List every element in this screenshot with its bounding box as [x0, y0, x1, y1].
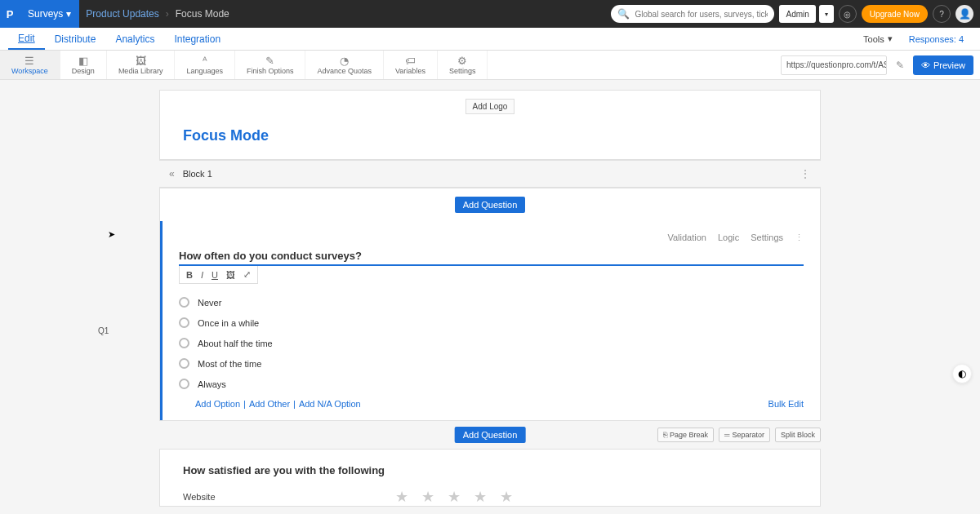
separator-button[interactable]: ═ Separator [719, 428, 770, 442]
add-question-button-top[interactable]: Add Question [455, 197, 526, 213]
option-row[interactable]: Most of the time [179, 353, 804, 374]
floating-widget-icon[interactable]: ◐ [952, 364, 972, 383]
question-settings[interactable]: Settings [751, 233, 783, 243]
question-text-input[interactable]: How often do you conduct surveys? [179, 250, 804, 266]
tool-design-label: Design [72, 67, 95, 75]
underline-icon[interactable]: U [212, 270, 218, 280]
add-logo-button[interactable]: Add Logo [466, 99, 515, 114]
question-logic[interactable]: Logic [718, 233, 739, 243]
star-icon[interactable]: ★ [500, 488, 513, 506]
option-row[interactable]: Never [179, 292, 804, 312]
radio-icon[interactable] [179, 317, 189, 328]
finish-icon: ✎ [265, 55, 274, 66]
option-label[interactable]: Always [198, 379, 226, 389]
rich-text-toolbar: B I U 🖼 ⤢ [179, 266, 258, 284]
survey-title[interactable]: Focus Mode [183, 127, 797, 144]
global-search-input[interactable] [635, 10, 768, 19]
question-tools: Validation Logic Settings ⋮ [179, 233, 804, 243]
expand-icon[interactable]: ⤢ [243, 269, 251, 280]
separator-icon: ═ [724, 431, 729, 439]
question-menu-icon[interactable]: ⋮ [795, 233, 804, 243]
split-block-button[interactable]: Split Block [775, 428, 821, 442]
star-rating[interactable]: ★ ★ ★ ★ ★ [395, 488, 513, 506]
question-card-q3: How satisfied are you with the following… [159, 449, 821, 507]
surveys-dropdown[interactable]: Surveys ▾ [20, 0, 79, 28]
workspace-icon: ☰ [24, 55, 34, 66]
collapse-icon[interactable]: « [169, 168, 175, 179]
tool-media-label: Media Library [118, 67, 163, 75]
eye-icon: 👁 [921, 60, 930, 70]
star-icon[interactable]: ★ [421, 488, 434, 506]
radio-icon[interactable] [179, 379, 189, 389]
upgrade-button[interactable]: Upgrade Now [862, 5, 928, 23]
tab-analytics[interactable]: Analytics [105, 28, 164, 50]
tab-edit[interactable]: Edit [8, 28, 45, 50]
main-tabs: Edit Distribute Analytics Integration To… [0, 28, 980, 51]
radio-icon[interactable] [179, 338, 189, 348]
tool-variables[interactable]: 🏷 Variables [384, 51, 438, 79]
app-logo[interactable]: P [0, 0, 20, 28]
option-label[interactable]: About half the time [198, 339, 273, 348]
add-option-link[interactable]: Add Option [195, 399, 240, 409]
breadcrumb-project[interactable]: Product Updates [79, 8, 165, 20]
preview-button[interactable]: 👁 Preview [913, 55, 973, 75]
add-na-link[interactable]: Add N/A Option [299, 399, 361, 409]
question-id-q1: Q1 [98, 326, 109, 335]
question-text-q3[interactable]: How satisfied are you with the following [183, 464, 797, 476]
question-validation[interactable]: Validation [667, 233, 706, 243]
star-icon[interactable]: ★ [448, 488, 461, 506]
add-other-link[interactable]: Add Other [249, 399, 290, 409]
tab-integration[interactable]: Integration [164, 28, 230, 50]
tool-design[interactable]: ◧ Design [60, 51, 107, 79]
option-label[interactable]: Never [198, 298, 221, 308]
option-label[interactable]: Most of the time [198, 359, 261, 369]
matrix-row-label[interactable]: Website [183, 492, 346, 502]
page-break-button[interactable]: ⎘ Page Break [657, 428, 714, 442]
block-header: « Block 1 ⋮ [159, 160, 821, 188]
languages-icon: ᴬ [203, 55, 207, 66]
tool-finish-options[interactable]: ✎ Finish Options [235, 51, 306, 79]
tool-workspace[interactable]: ☰ Workspace [0, 51, 60, 79]
radio-icon[interactable] [179, 358, 189, 369]
star-icon[interactable]: ★ [474, 488, 487, 506]
global-search[interactable]: 🔍 [611, 5, 774, 23]
bold-icon[interactable]: B [186, 270, 193, 280]
tool-finish-label: Finish Options [247, 67, 294, 75]
tab-distribute[interactable]: Distribute [45, 28, 106, 50]
notifications-icon[interactable]: ◎ [839, 5, 857, 23]
cursor-icon: ➤ [108, 229, 115, 240]
tool-quotas[interactable]: ◔ Advance Quotas [305, 51, 384, 79]
tool-languages[interactable]: ᴬ Languages [175, 51, 235, 79]
caret-down-icon: ▾ [66, 8, 71, 20]
variables-icon: 🏷 [405, 55, 416, 66]
tool-settings[interactable]: ⚙ Settings [438, 51, 488, 79]
help-icon[interactable]: ? [933, 5, 951, 23]
settings-icon: ⚙ [457, 55, 467, 66]
admin-caret[interactable]: ▾ [819, 5, 834, 23]
option-row[interactable]: Once in a while [179, 312, 804, 333]
tool-quotas-label: Advance Quotas [317, 67, 372, 75]
media-icon: 🖼 [136, 55, 146, 66]
edit-url-icon[interactable]: ✎ [892, 57, 908, 73]
tools-dropdown-label: Tools [863, 34, 884, 44]
italic-icon[interactable]: I [201, 270, 203, 280]
image-icon[interactable]: 🖼 [226, 270, 235, 280]
option-row[interactable]: Always [179, 374, 804, 394]
option-label[interactable]: Once in a while [198, 318, 259, 328]
survey-card: Add Logo Focus Mode [159, 90, 821, 160]
caret-down-icon: ▾ [888, 33, 893, 44]
admin-chip[interactable]: Admin [779, 5, 815, 23]
tool-media[interactable]: 🖼 Media Library [107, 51, 176, 79]
radio-icon[interactable] [179, 297, 189, 308]
tools-dropdown[interactable]: Tools ▾ [855, 28, 901, 50]
add-question-button-mid[interactable]: Add Question [455, 427, 526, 443]
user-avatar[interactable]: 👤 [956, 5, 973, 23]
responses-count[interactable]: Responses: 4 [901, 28, 972, 50]
survey-url[interactable]: https://questionpro.com/t/ASKb7Zwl [781, 55, 887, 75]
option-row[interactable]: About half the time [179, 333, 804, 353]
top-header: P Surveys ▾ Product Updates › Focus Mode… [0, 0, 980, 28]
star-icon[interactable]: ★ [395, 488, 408, 506]
block-title[interactable]: Block 1 [183, 169, 212, 179]
bulk-edit-link[interactable]: Bulk Edit [768, 399, 804, 409]
block-menu-icon[interactable]: ⋮ [800, 167, 811, 180]
